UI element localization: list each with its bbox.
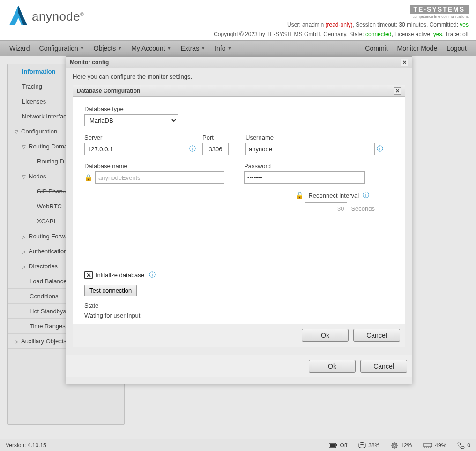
help-icon[interactable]: ⓘ (377, 145, 383, 153)
svg-rect-2 (330, 444, 335, 447)
menu-commit[interactable]: Commit (360, 44, 392, 52)
menu-monitor-mode[interactable]: Monitor Mode (393, 44, 442, 52)
caret-down-icon: ▼ (80, 46, 84, 51)
svg-point-3 (359, 442, 365, 444)
server-input[interactable] (84, 143, 187, 155)
password-label: Password (244, 163, 365, 170)
header-status-line-1: User: anadmin (read-only), Session timeo… (214, 22, 469, 28)
version-value: 4.10.15 (28, 442, 46, 449)
server-label: Server (84, 134, 196, 141)
memory-icon (423, 443, 432, 448)
disk-icon (358, 442, 366, 449)
state-label: State (84, 302, 394, 309)
product-name: anynode® (32, 9, 84, 24)
help-icon[interactable]: ⓘ (363, 191, 369, 200)
database-configuration-dialog: Database Configuration ✕ Database type M… (73, 85, 405, 347)
menu-logout[interactable]: Logout (442, 44, 471, 52)
battery-icon (329, 443, 337, 448)
phone-icon (457, 442, 465, 449)
te-systems-tagline: competence in e-communications (214, 15, 469, 19)
svg-rect-4 (392, 443, 397, 448)
cpu-icon (391, 442, 398, 449)
port-label: Port (202, 134, 229, 141)
state-value: Wating for user input. (84, 312, 394, 319)
port-input[interactable] (202, 143, 229, 155)
dialog-titlebar: Monitor config ✕ (66, 57, 412, 68)
triangle-right-icon: ▷ (22, 249, 26, 254)
svg-rect-5 (394, 444, 395, 446)
initialize-db-checkbox[interactable]: ✕ (84, 271, 93, 279)
triangle-right-icon: ▷ (22, 264, 26, 269)
caret-down-icon: ▼ (118, 46, 122, 51)
inner-dialog-title: Database Configuration (77, 88, 140, 94)
menubar: Wizard Configuration▼ Objects▼ My Accoun… (0, 40, 476, 56)
triangle-down-icon: ▽ (22, 144, 26, 149)
help-icon[interactable]: ⓘ (189, 145, 196, 153)
db-type-select[interactable]: MariaDB (84, 114, 178, 126)
monitor-config-dialog: Monitor config ✕ Here you can configure … (66, 56, 412, 384)
menu-my-account[interactable]: My Account▼ (126, 44, 176, 52)
reconnect-label: Reconnect interval (308, 192, 359, 199)
te-systems-logo: TE-SYSTEMS (410, 5, 469, 14)
ok-button[interactable]: Ok (309, 360, 356, 373)
version-label: Version: (6, 442, 26, 449)
test-connection-button[interactable]: Test connection (84, 285, 137, 296)
close-icon[interactable]: ✕ (394, 87, 401, 95)
menu-objects[interactable]: Objects▼ (89, 44, 126, 52)
outer-button-bar: Ok Cancel (66, 355, 412, 377)
statusbar: Version: 4.10.15 Off 38% 12% 49% 0 (0, 439, 476, 451)
password-input[interactable] (244, 171, 365, 184)
lock-icon: 🔒 (296, 192, 304, 199)
anynode-logo-icon (7, 5, 29, 28)
lock-icon: 🔒 (84, 174, 92, 181)
close-icon[interactable]: ✕ (401, 59, 408, 66)
header-status-line-2: Copyright © 2023 by TE-SYSTEMS GmbH, Ger… (214, 31, 469, 37)
app-header: anynode® TE-SYSTEMS competence in e-comm… (0, 0, 476, 40)
triangle-down-icon: ▽ (15, 129, 18, 134)
username-input[interactable] (245, 143, 375, 155)
help-icon[interactable]: ⓘ (149, 271, 156, 279)
header-right: TE-SYSTEMS competence in e-communication… (214, 5, 469, 37)
caret-down-icon: ▼ (167, 46, 171, 51)
caret-down-icon: ▼ (227, 46, 231, 51)
main-area: Information Tracing Licenses Network Int… (0, 56, 476, 432)
dbname-input (95, 171, 224, 184)
cancel-button[interactable]: Cancel (360, 360, 407, 373)
dialog-hint: Here you can configure the monitor setti… (73, 73, 405, 80)
battery-status: Off (329, 442, 347, 449)
svg-rect-1 (336, 444, 337, 446)
reconnect-input (305, 202, 347, 214)
username-label: Username (245, 134, 383, 141)
initialize-db-label: Initialize database (96, 272, 144, 279)
cancel-button[interactable]: Cancel (353, 329, 400, 342)
menu-wizard[interactable]: Wizard (5, 44, 35, 52)
ok-button[interactable]: Ok (302, 329, 349, 342)
menu-configuration[interactable]: Configuration▼ (35, 44, 89, 52)
triangle-right-icon: ▷ (22, 234, 26, 239)
svg-rect-10 (424, 443, 432, 447)
logo-area: anynode® (7, 5, 84, 28)
dialog-title: Monitor config (70, 59, 109, 66)
inner-button-bar: Ok Cancel (73, 324, 405, 347)
calls-status: 0 (457, 442, 470, 449)
menu-info[interactable]: Info▼ (210, 44, 236, 52)
inner-dialog-titlebar: Database Configuration ✕ (73, 85, 405, 97)
db-type-label: Database type (84, 105, 394, 112)
menu-extras[interactable]: Extras▼ (176, 44, 210, 52)
triangle-down-icon: ▽ (22, 174, 26, 179)
reconnect-unit: Seconds (351, 205, 375, 212)
cpu-status: 12% (391, 442, 412, 449)
dbname-label: Database name (84, 163, 224, 170)
memory-status: 49% (423, 442, 446, 449)
disk-status: 38% (358, 442, 379, 449)
triangle-right-icon: ▷ (15, 339, 18, 344)
caret-down-icon: ▼ (201, 46, 205, 51)
